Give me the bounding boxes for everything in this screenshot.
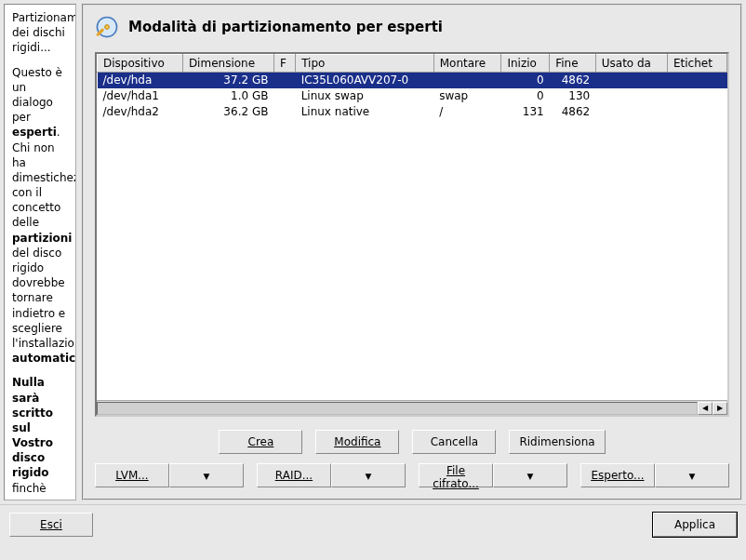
scroll-right-icon[interactable]: ▶ (713, 402, 727, 415)
help-p2d: partizioni (12, 232, 72, 245)
chevron-down-icon: ▼ (689, 472, 696, 481)
table-row[interactable]: /dev/hda1 1.0 GB Linux swap swap 0 130 (98, 88, 727, 104)
raid-split: RAID... ▼ (257, 463, 406, 487)
cell-dev: /dev/hda (98, 73, 183, 89)
chevron-down-icon: ▼ (366, 472, 372, 481)
lvm-button[interactable]: LVM... (95, 463, 169, 487)
apply-label: Applica (674, 518, 715, 531)
cell-tipo: Linux swap (296, 88, 434, 104)
cell-usato (595, 104, 667, 120)
chevron-down-icon: ▼ (527, 472, 534, 481)
partition-table: Dispositivo Dimensione F Tipo Montare In… (97, 54, 727, 120)
crypt-label: File cifrato... (433, 464, 479, 490)
content-panel: Modalità di partizionamento per esperti … (82, 4, 742, 500)
table-row[interactable]: /dev/hda 37.2 GB IC35L060AVV207-0 0 4862 (98, 73, 727, 89)
cell-mont (433, 73, 501, 89)
help-p3b: finchè non abbiate confermato le Vostre … (12, 482, 76, 500)
cell-etic (667, 104, 726, 120)
col-usato-da[interactable]: Usato da (595, 55, 667, 73)
table-row[interactable]: /dev/hda2 36.2 GB Linux native / 131 486… (98, 104, 727, 120)
expert-dropdown[interactable]: ▼ (655, 463, 729, 487)
col-f[interactable]: F (273, 55, 295, 73)
col-dimensione[interactable]: Dimensione (182, 55, 273, 73)
lvm-dropdown[interactable]: ▼ (169, 463, 244, 487)
exit-label: Esci (40, 518, 62, 531)
cell-etic (667, 73, 726, 89)
raid-button[interactable]: RAID... (257, 463, 331, 487)
chevron-down-icon: ▼ (204, 472, 210, 481)
scrollbar-track[interactable] (97, 402, 698, 415)
exit-button[interactable]: Esci (9, 513, 93, 537)
expert-button[interactable]: Esperto... (580, 463, 655, 487)
cell-inizio: 0 (501, 73, 550, 89)
raid-label: RAID... (275, 469, 313, 482)
help-p1: Partizionamento dei dischi rigidi... (12, 10, 68, 56)
col-etichetta[interactable]: Etichet (667, 55, 726, 73)
cell-dev: /dev/hda1 (98, 88, 183, 104)
partition-table-scroll[interactable]: Dispositivo Dimensione F Tipo Montare In… (97, 54, 727, 415)
col-montare[interactable]: Montare (433, 55, 501, 73)
help-p2f: automatica (12, 352, 76, 365)
cell-tipo: IC35L060AVV207-0 (296, 73, 434, 89)
cell-mont: swap (433, 88, 501, 104)
cell-usato (595, 73, 667, 89)
cell-dim: 36.2 GB (182, 104, 273, 120)
cell-fine: 4862 (550, 104, 596, 120)
cell-dim: 37.2 GB (182, 73, 273, 89)
partition-table-wrapper: Dispositivo Dimensione F Tipo Montare In… (95, 52, 729, 417)
cell-dev: /dev/hda2 (98, 104, 183, 120)
help-p3a: Nulla sarà scritto sul Vostro disco rigi… (12, 376, 53, 479)
main-area: Partizionamento dei dischi rigidi... Que… (0, 0, 746, 504)
scroll-left-icon[interactable]: ◀ (698, 402, 713, 415)
create-button[interactable]: Crea (219, 430, 302, 454)
help-p3: Nulla sarà scritto sul Vostro disco rigi… (12, 375, 68, 500)
title-row: Modalità di partizionamento per esperti (95, 15, 729, 39)
lvm-label: LVM... (115, 469, 148, 482)
cell-f (273, 88, 295, 104)
cell-fine: 130 (550, 88, 596, 104)
help-p2a: Questo è un dialogo per (12, 66, 62, 125)
edit-button[interactable]: Modifica (315, 430, 399, 454)
cell-fine: 4862 (550, 73, 596, 89)
crypt-split: File cifrato... ▼ (419, 463, 567, 487)
col-tipo[interactable]: Tipo (296, 55, 434, 73)
help-p2: Questo è un dialogo per esperti. Chi non… (12, 65, 68, 367)
raid-dropdown[interactable]: ▼ (331, 463, 406, 487)
crypt-file-button[interactable]: File cifrato... (419, 463, 493, 487)
lvm-split: LVM... ▼ (95, 463, 244, 487)
cell-f (273, 73, 295, 89)
cell-inizio: 0 (501, 88, 550, 104)
edit-label: Modifica (334, 435, 380, 448)
cell-tipo: Linux native (296, 104, 434, 120)
page-title: Modalità di partizionamento per esperti (128, 19, 443, 35)
bottom-bar: Esci Applica (0, 504, 746, 556)
create-label: Crea (248, 435, 274, 448)
resize-label: Ridimensiona (519, 435, 594, 448)
table-header-row: Dispositivo Dimensione F Tipo Montare In… (98, 55, 727, 73)
button-row-2: LVM... ▼ RAID... ▼ File cifrato... ▼ Esp… (95, 463, 729, 487)
col-dispositivo[interactable]: Dispositivo (98, 55, 183, 73)
cell-dim: 1.0 GB (182, 88, 273, 104)
apply-button[interactable]: Applica (653, 513, 737, 537)
resize-button[interactable]: Ridimensiona (509, 430, 605, 454)
help-p2b: esperti (12, 126, 57, 139)
col-inizio[interactable]: Inizio (501, 55, 550, 73)
col-fine[interactable]: Fine (550, 55, 596, 73)
cell-inizio: 131 (501, 104, 550, 120)
help-p2c: . Chi non ha dimestichezza con il concet… (12, 126, 76, 229)
disk-icon (95, 15, 119, 39)
horizontal-scrollbar[interactable]: ◀ ▶ (97, 400, 727, 415)
delete-label: Cancella (431, 435, 478, 448)
button-rows: Crea Modifica Cancella Ridimensiona LVM.… (95, 430, 729, 487)
delete-button[interactable]: Cancella (412, 430, 496, 454)
svg-point-1 (105, 25, 110, 30)
cell-f (273, 104, 295, 120)
help-p2e: del disco rigido dovrebbe tornare indiet… (12, 247, 76, 350)
cell-mont: / (433, 104, 501, 120)
crypt-dropdown[interactable]: ▼ (493, 463, 567, 487)
cell-etic (667, 88, 726, 104)
help-panel: Partizionamento dei dischi rigidi... Que… (4, 4, 76, 500)
expert-split: Esperto... ▼ (580, 463, 729, 487)
button-row-1: Crea Modifica Cancella Ridimensiona (219, 430, 605, 454)
cell-usato (595, 88, 667, 104)
